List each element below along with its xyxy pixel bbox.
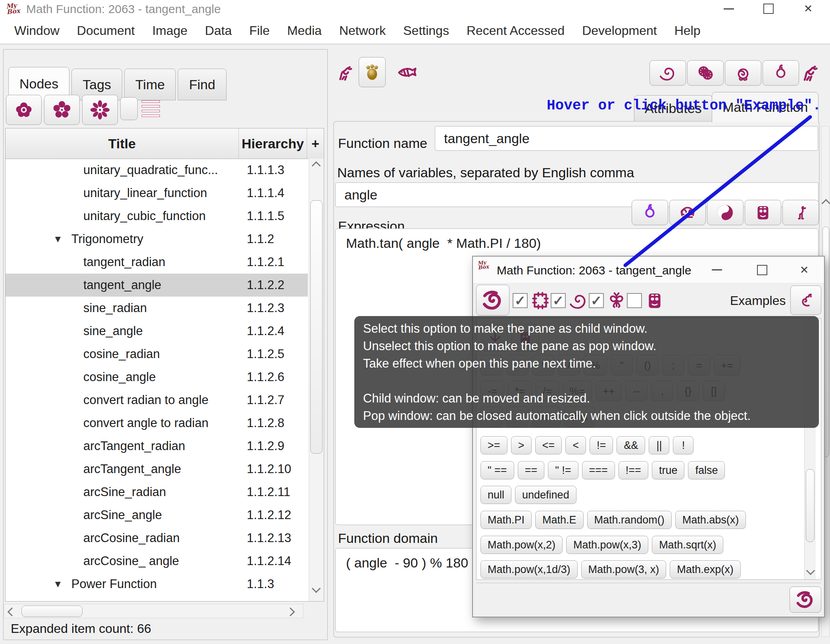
rose-tool-button[interactable]: [725, 60, 761, 86]
table-row[interactable]: arcCosine_ angle1.1.2.14: [6, 550, 308, 573]
kb-button--[interactable]: <: [565, 436, 586, 454]
tree-horizontal-scrollbar[interactable]: [4, 604, 304, 618]
child-scroll-down-icon[interactable]: [806, 566, 815, 575]
kb-button-math-pi[interactable]: Math.PI: [480, 511, 532, 529]
table-row[interactable]: Power Function1.1.3: [6, 573, 308, 596]
kb-button--[interactable]: " !=: [548, 461, 578, 479]
table-row[interactable]: sine_angle1.1.2.4: [6, 320, 308, 343]
kb-button--[interactable]: <=: [535, 436, 562, 454]
tree-vertical-scrollbar[interactable]: [309, 159, 324, 601]
column-header-hierarchy[interactable]: Hierarchy: [239, 128, 307, 159]
tree-vscroll-thumb[interactable]: [310, 200, 323, 454]
checkbox-unchecked[interactable]: [627, 293, 642, 308]
maximize-button[interactable]: [755, 0, 782, 17]
function-name-input[interactable]: tangent_angle: [435, 126, 818, 151]
menu-item-data[interactable]: Data: [205, 23, 232, 38]
child-minimize-button[interactable]: [705, 257, 728, 283]
kb-button-undefined[interactable]: undefined: [515, 486, 576, 504]
minimize-button[interactable]: [715, 0, 743, 17]
kb-button--[interactable]: !==: [619, 461, 648, 479]
column-header-add[interactable]: +: [307, 128, 324, 159]
yinyang-swirl-button[interactable]: [707, 200, 744, 225]
kb-button--[interactable]: ===: [582, 461, 615, 479]
dancing-crane-icon[interactable]: [336, 59, 357, 86]
table-row[interactable]: arcSine_radian1.1.2.11: [6, 481, 308, 504]
flower-wheel-tool-button[interactable]: [687, 60, 724, 86]
scroll-down-icon[interactable]: [312, 584, 321, 593]
menu-item-recent-accessed[interactable]: Recent Accessed: [467, 23, 565, 38]
gourd-tool-button[interactable]: [763, 60, 799, 86]
menu-item-image[interactable]: Image: [152, 23, 188, 38]
kb-button-false[interactable]: false: [688, 461, 725, 479]
examples-bird-button[interactable]: [790, 286, 821, 315]
kb-button-null[interactable]: null: [480, 486, 511, 504]
golden-paw-button[interactable]: [359, 57, 386, 87]
swirl-tool-button[interactable]: [649, 60, 686, 86]
menu-item-document[interactable]: Document: [77, 23, 135, 38]
purple-gourd-button[interactable]: [632, 200, 668, 225]
menu-item-help[interactable]: Help: [674, 23, 701, 38]
table-row[interactable]: Trigonometry1.1.2: [6, 228, 308, 251]
kb-button--[interactable]: ||: [649, 436, 669, 454]
table-row[interactable]: tangent_radian1.1.2.1: [6, 251, 308, 274]
kb-button-math-pow-x-3-[interactable]: Math.pow(x,3): [566, 536, 648, 554]
scroll-right-icon[interactable]: [286, 608, 295, 617]
child-maximize-button[interactable]: [751, 257, 774, 283]
table-row[interactable]: cosine_radian1.1.2.5: [6, 343, 308, 366]
blank-toggle-button[interactable]: [120, 97, 138, 120]
kb-button-math-random-[interactable]: Math.random(): [587, 511, 672, 529]
table-row[interactable]: arcTangent_radian1.1.2.9: [6, 435, 308, 458]
kb-button-math-sqrt-x-[interactable]: Math.sqrt(x): [652, 536, 723, 554]
menu-item-file[interactable]: File: [249, 23, 270, 38]
tab-math-function[interactable]: Math Function: [712, 92, 818, 122]
scroll-left-icon[interactable]: [8, 608, 17, 617]
child-scroll-thumb[interactable]: [806, 469, 815, 542]
child-close-button[interactable]: [793, 257, 816, 283]
kb-button--[interactable]: !: [673, 436, 694, 454]
kb-button-math-exp-x-[interactable]: Math.exp(x): [670, 560, 741, 579]
table-row[interactable]: unitary_cubic_function1.1.1.5: [6, 205, 308, 228]
checkbox-checked[interactable]: [513, 293, 528, 308]
table-row[interactable]: arcCosine_radian1.1.2.13: [6, 527, 308, 550]
pane-scroll-up-icon[interactable]: [822, 199, 830, 208]
kb-button-math-abs-x-[interactable]: Math.abs(x): [675, 511, 746, 529]
table-row[interactable]: arcTangent_angle1.1.2.10: [6, 458, 308, 481]
kb-button--[interactable]: " ==: [480, 461, 514, 479]
table-row[interactable]: sine_radian1.1.2.3: [6, 297, 308, 320]
menu-item-window[interactable]: Window: [14, 23, 60, 38]
table-row[interactable]: cosine_angle1.1.2.6: [6, 366, 308, 389]
table-row[interactable]: convert angle to radian1.1.2.8: [6, 412, 308, 435]
kb-button-math-pow-x-2-[interactable]: Math.pow(x,2): [480, 536, 563, 554]
phoenix-icon[interactable]: [800, 58, 823, 86]
mask-pattern-button[interactable]: [745, 200, 781, 225]
table-row[interactable]: unitary_linear_function1.1.1.4: [6, 182, 308, 205]
checkbox-checked[interactable]: [589, 293, 604, 308]
kb-button--[interactable]: ==: [518, 461, 545, 479]
menu-item-settings[interactable]: Settings: [403, 23, 449, 38]
plum-blossom-button[interactable]: [44, 95, 80, 125]
table-row[interactable]: unitary_quadratic_func...1.1.1.3: [6, 159, 308, 182]
menu-item-media[interactable]: Media: [287, 23, 322, 38]
kb-button-math-pow-x-1d-3-[interactable]: Math.pow(x,1d/3): [480, 560, 578, 579]
kb-button-math-e[interactable]: Math.E: [535, 511, 584, 529]
example-button[interactable]: [669, 200, 706, 225]
kb-button-true[interactable]: true: [652, 461, 685, 479]
crane-button[interactable]: [782, 200, 819, 225]
scroll-up-icon[interactable]: [312, 161, 321, 171]
menu-item-network[interactable]: Network: [339, 23, 386, 38]
close-button[interactable]: [794, 0, 822, 17]
tree-hscroll-thumb[interactable]: [21, 606, 83, 617]
kb-button--[interactable]: >=: [480, 436, 507, 454]
kb-button-math-pow-3-x-[interactable]: Math.pow(3, x): [581, 560, 667, 579]
table-row[interactable]: arcSine_angle1.1.2.12: [6, 504, 308, 527]
kb-button--[interactable]: !=: [590, 436, 613, 454]
checkbox-checked[interactable]: [551, 293, 566, 308]
fish-icon[interactable]: [392, 62, 423, 83]
child-swirl-button[interactable]: [476, 285, 509, 316]
table-row-selected[interactable]: tangent_angle1.1.2.2: [6, 274, 308, 297]
daisy-flower-button[interactable]: [82, 95, 118, 125]
peony-flower-button[interactable]: [6, 95, 42, 125]
child-bottom-swirl-button[interactable]: [790, 586, 821, 613]
column-header-title[interactable]: Title: [6, 128, 239, 159]
kb-button--[interactable]: >: [511, 436, 532, 454]
